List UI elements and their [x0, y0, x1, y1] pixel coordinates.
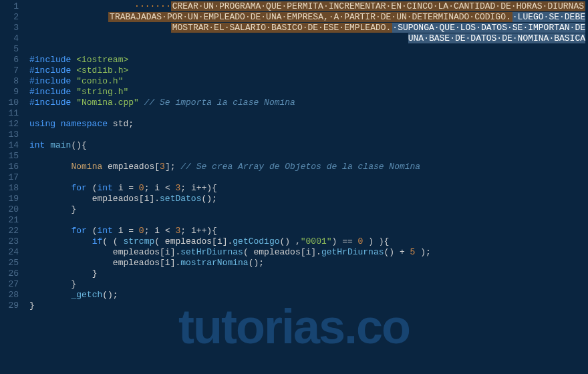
code-area[interactable]: ·······CREAR·UN·PROGRAMA·QUE·PERMITA·INC…: [24, 0, 588, 374]
line-number: 21: [0, 215, 19, 226]
code-line: _getch();: [29, 290, 588, 301]
code-line: #include <stdlib.h>: [29, 65, 588, 76]
line-number: 22: [0, 226, 19, 236]
line-number: 6: [0, 55, 19, 65]
code-line: [29, 44, 588, 55]
code-line: TRABAJADAS·POR·UN·EMPLEADO·DE·UNA·EMPRES…: [29, 12, 588, 23]
code-line: [29, 130, 588, 140]
line-number: 1: [0, 1, 19, 12]
code-line: using namespace std;: [29, 119, 588, 130]
line-number: 13: [0, 130, 19, 140]
code-line: if( ( strcmp( empleados[i].getCodigo() ,…: [29, 236, 588, 247]
line-gutter: 1234567891011121314151617181920212223242…: [0, 0, 24, 374]
code-line: #include "Nomina.cpp" // Se importa la c…: [29, 98, 588, 108]
code-line: [29, 172, 588, 183]
code-line: [29, 215, 588, 226]
line-number: 7: [0, 65, 19, 76]
line-number: 4: [0, 33, 19, 44]
line-number: 18: [0, 183, 19, 194]
code-line: #include <iostream>: [29, 55, 588, 65]
line-number: 3: [0, 23, 19, 33]
code-editor: 1234567891011121314151617181920212223242…: [0, 0, 588, 374]
code-line: [29, 108, 588, 119]
line-number: 17: [0, 172, 19, 183]
code-line: empleados[i].setHrDiurnas( empleados[i].…: [29, 247, 588, 258]
code-line: [29, 151, 588, 162]
line-number: 19: [0, 194, 19, 204]
line-number: 14: [0, 140, 19, 151]
line-number: 23: [0, 236, 19, 247]
line-number: 12: [0, 119, 19, 130]
line-number: 27: [0, 279, 19, 290]
line-number: 8: [0, 76, 19, 87]
code-line: #include "string.h": [29, 87, 588, 98]
code-line: #include "conio.h": [29, 76, 588, 87]
code-line: MOSTRAR·EL·SALARIO·BASICO·DE·ESE·EMPLEAD…: [29, 23, 588, 33]
code-line: for (int i = 0; i < 3; i++){: [29, 226, 588, 236]
code-line: }: [29, 268, 588, 279]
line-number: 2: [0, 12, 19, 23]
code-line: int main(){: [29, 140, 588, 151]
code-line: empleados[i].mostrarNomina();: [29, 258, 588, 268]
code-line: }: [29, 279, 588, 290]
code-line: ·······CREAR·UN·PROGRAMA·QUE·PERMITA·INC…: [29, 1, 588, 12]
line-number: 20: [0, 204, 19, 215]
code-line: empleados[i].setDatos();: [29, 194, 588, 204]
line-number: 28: [0, 290, 19, 301]
code-line: }: [29, 301, 588, 311]
code-line: for (int i = 0; i < 3; i++){: [29, 183, 588, 194]
line-number: 10: [0, 98, 19, 108]
line-number: 9: [0, 87, 19, 98]
line-number: 5: [0, 44, 19, 55]
line-number: 16: [0, 162, 19, 172]
line-number: 15: [0, 151, 19, 162]
code-line: Nomina empleados[3]; // Se crea Array de…: [29, 162, 588, 172]
line-number: 24: [0, 247, 19, 258]
line-number: 29: [0, 301, 19, 311]
line-number: 25: [0, 258, 19, 268]
code-line: UNA·BASE·DE·DATOS·DE·NOMINA·BASICA: [29, 33, 588, 44]
code-line: }: [29, 204, 588, 215]
line-number: 26: [0, 268, 19, 279]
line-number: 11: [0, 108, 19, 119]
